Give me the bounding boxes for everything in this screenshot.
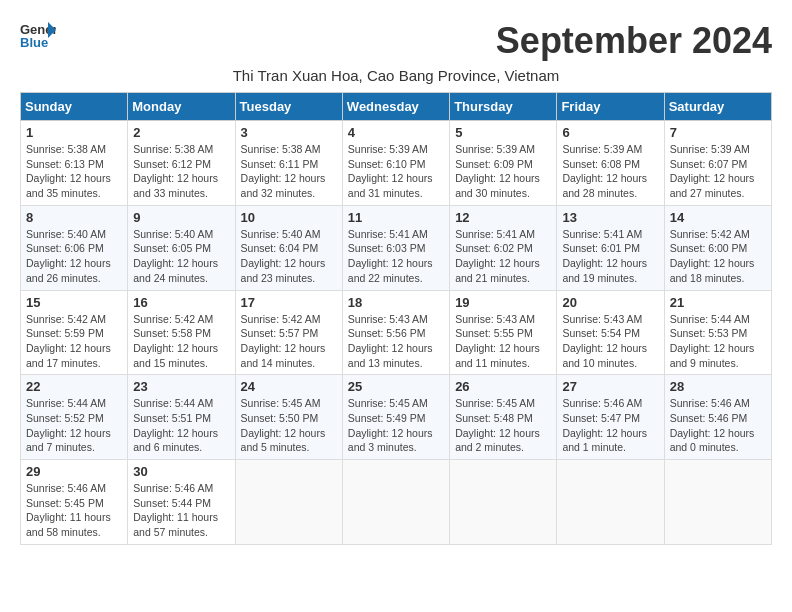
calendar-cell [235, 460, 342, 545]
day-info: Sunrise: 5:41 AM Sunset: 6:03 PM Dayligh… [348, 227, 444, 286]
header-saturday: Saturday [664, 93, 771, 121]
day-number: 5 [455, 125, 551, 140]
calendar-cell [664, 460, 771, 545]
day-number: 21 [670, 295, 766, 310]
day-info: Sunrise: 5:38 AM Sunset: 6:12 PM Dayligh… [133, 142, 229, 201]
day-info: Sunrise: 5:38 AM Sunset: 6:13 PM Dayligh… [26, 142, 122, 201]
calendar-cell: 18Sunrise: 5:43 AM Sunset: 5:56 PM Dayli… [342, 290, 449, 375]
day-info: Sunrise: 5:46 AM Sunset: 5:47 PM Dayligh… [562, 396, 658, 455]
day-number: 30 [133, 464, 229, 479]
calendar-cell: 26Sunrise: 5:45 AM Sunset: 5:48 PM Dayli… [450, 375, 557, 460]
day-info: Sunrise: 5:41 AM Sunset: 6:01 PM Dayligh… [562, 227, 658, 286]
day-number: 10 [241, 210, 337, 225]
day-number: 14 [670, 210, 766, 225]
day-number: 6 [562, 125, 658, 140]
day-number: 13 [562, 210, 658, 225]
calendar-cell: 14Sunrise: 5:42 AM Sunset: 6:00 PM Dayli… [664, 205, 771, 290]
day-number: 25 [348, 379, 444, 394]
day-info: Sunrise: 5:43 AM Sunset: 5:54 PM Dayligh… [562, 312, 658, 371]
day-number: 3 [241, 125, 337, 140]
month-title: September 2024 [496, 20, 772, 62]
calendar-cell: 7Sunrise: 5:39 AM Sunset: 6:07 PM Daylig… [664, 121, 771, 206]
day-number: 23 [133, 379, 229, 394]
day-number: 15 [26, 295, 122, 310]
calendar-cell: 4Sunrise: 5:39 AM Sunset: 6:10 PM Daylig… [342, 121, 449, 206]
header-monday: Monday [128, 93, 235, 121]
calendar-cell: 28Sunrise: 5:46 AM Sunset: 5:46 PM Dayli… [664, 375, 771, 460]
day-info: Sunrise: 5:42 AM Sunset: 5:58 PM Dayligh… [133, 312, 229, 371]
calendar-cell: 5Sunrise: 5:39 AM Sunset: 6:09 PM Daylig… [450, 121, 557, 206]
calendar-cell: 29Sunrise: 5:46 AM Sunset: 5:45 PM Dayli… [21, 460, 128, 545]
calendar-cell: 19Sunrise: 5:43 AM Sunset: 5:55 PM Dayli… [450, 290, 557, 375]
day-number: 18 [348, 295, 444, 310]
calendar-cell: 9Sunrise: 5:40 AM Sunset: 6:05 PM Daylig… [128, 205, 235, 290]
calendar-cell: 11Sunrise: 5:41 AM Sunset: 6:03 PM Dayli… [342, 205, 449, 290]
day-info: Sunrise: 5:39 AM Sunset: 6:10 PM Dayligh… [348, 142, 444, 201]
day-info: Sunrise: 5:45 AM Sunset: 5:48 PM Dayligh… [455, 396, 551, 455]
day-number: 17 [241, 295, 337, 310]
location-subtitle: Thi Tran Xuan Hoa, Cao Bang Province, Vi… [20, 67, 772, 84]
calendar-cell [450, 460, 557, 545]
day-info: Sunrise: 5:42 AM Sunset: 5:59 PM Dayligh… [26, 312, 122, 371]
day-info: Sunrise: 5:39 AM Sunset: 6:09 PM Dayligh… [455, 142, 551, 201]
header-friday: Friday [557, 93, 664, 121]
day-number: 28 [670, 379, 766, 394]
day-number: 29 [26, 464, 122, 479]
calendar-week-4: 22Sunrise: 5:44 AM Sunset: 5:52 PM Dayli… [21, 375, 772, 460]
calendar-cell: 3Sunrise: 5:38 AM Sunset: 6:11 PM Daylig… [235, 121, 342, 206]
calendar-cell: 22Sunrise: 5:44 AM Sunset: 5:52 PM Dayli… [21, 375, 128, 460]
day-number: 11 [348, 210, 444, 225]
calendar-week-3: 15Sunrise: 5:42 AM Sunset: 5:59 PM Dayli… [21, 290, 772, 375]
calendar-header-row: SundayMondayTuesdayWednesdayThursdayFrid… [21, 93, 772, 121]
day-number: 12 [455, 210, 551, 225]
calendar-cell [557, 460, 664, 545]
day-number: 4 [348, 125, 444, 140]
calendar-body: 1Sunrise: 5:38 AM Sunset: 6:13 PM Daylig… [21, 121, 772, 545]
calendar-cell: 8Sunrise: 5:40 AM Sunset: 6:06 PM Daylig… [21, 205, 128, 290]
day-info: Sunrise: 5:39 AM Sunset: 6:07 PM Dayligh… [670, 142, 766, 201]
day-number: 9 [133, 210, 229, 225]
calendar-cell: 13Sunrise: 5:41 AM Sunset: 6:01 PM Dayli… [557, 205, 664, 290]
svg-text:Blue: Blue [20, 35, 48, 50]
calendar-cell: 16Sunrise: 5:42 AM Sunset: 5:58 PM Dayli… [128, 290, 235, 375]
day-number: 26 [455, 379, 551, 394]
calendar-cell: 1Sunrise: 5:38 AM Sunset: 6:13 PM Daylig… [21, 121, 128, 206]
day-info: Sunrise: 5:44 AM Sunset: 5:53 PM Dayligh… [670, 312, 766, 371]
calendar-cell: 2Sunrise: 5:38 AM Sunset: 6:12 PM Daylig… [128, 121, 235, 206]
day-info: Sunrise: 5:43 AM Sunset: 5:56 PM Dayligh… [348, 312, 444, 371]
day-number: 16 [133, 295, 229, 310]
calendar-cell: 25Sunrise: 5:45 AM Sunset: 5:49 PM Dayli… [342, 375, 449, 460]
calendar-week-1: 1Sunrise: 5:38 AM Sunset: 6:13 PM Daylig… [21, 121, 772, 206]
title-area: September 2024 [496, 20, 772, 62]
logo-icon: General Blue [20, 20, 56, 50]
day-info: Sunrise: 5:40 AM Sunset: 6:06 PM Dayligh… [26, 227, 122, 286]
day-info: Sunrise: 5:41 AM Sunset: 6:02 PM Dayligh… [455, 227, 551, 286]
day-info: Sunrise: 5:45 AM Sunset: 5:49 PM Dayligh… [348, 396, 444, 455]
calendar-cell: 30Sunrise: 5:46 AM Sunset: 5:44 PM Dayli… [128, 460, 235, 545]
header-tuesday: Tuesday [235, 93, 342, 121]
calendar-cell: 6Sunrise: 5:39 AM Sunset: 6:08 PM Daylig… [557, 121, 664, 206]
day-number: 8 [26, 210, 122, 225]
calendar-cell: 15Sunrise: 5:42 AM Sunset: 5:59 PM Dayli… [21, 290, 128, 375]
calendar-cell: 23Sunrise: 5:44 AM Sunset: 5:51 PM Dayli… [128, 375, 235, 460]
day-info: Sunrise: 5:44 AM Sunset: 5:51 PM Dayligh… [133, 396, 229, 455]
day-number: 2 [133, 125, 229, 140]
logo: General Blue [20, 20, 60, 50]
day-info: Sunrise: 5:42 AM Sunset: 6:00 PM Dayligh… [670, 227, 766, 286]
day-info: Sunrise: 5:42 AM Sunset: 5:57 PM Dayligh… [241, 312, 337, 371]
page-header: General Blue September 2024 [20, 20, 772, 62]
day-number: 7 [670, 125, 766, 140]
day-info: Sunrise: 5:46 AM Sunset: 5:45 PM Dayligh… [26, 481, 122, 540]
calendar-table: SundayMondayTuesdayWednesdayThursdayFrid… [20, 92, 772, 545]
day-number: 1 [26, 125, 122, 140]
header-sunday: Sunday [21, 93, 128, 121]
calendar-cell: 12Sunrise: 5:41 AM Sunset: 6:02 PM Dayli… [450, 205, 557, 290]
day-info: Sunrise: 5:38 AM Sunset: 6:11 PM Dayligh… [241, 142, 337, 201]
day-info: Sunrise: 5:44 AM Sunset: 5:52 PM Dayligh… [26, 396, 122, 455]
day-number: 19 [455, 295, 551, 310]
calendar-cell [342, 460, 449, 545]
header-wednesday: Wednesday [342, 93, 449, 121]
day-info: Sunrise: 5:40 AM Sunset: 6:04 PM Dayligh… [241, 227, 337, 286]
header-thursday: Thursday [450, 93, 557, 121]
calendar-cell: 20Sunrise: 5:43 AM Sunset: 5:54 PM Dayli… [557, 290, 664, 375]
